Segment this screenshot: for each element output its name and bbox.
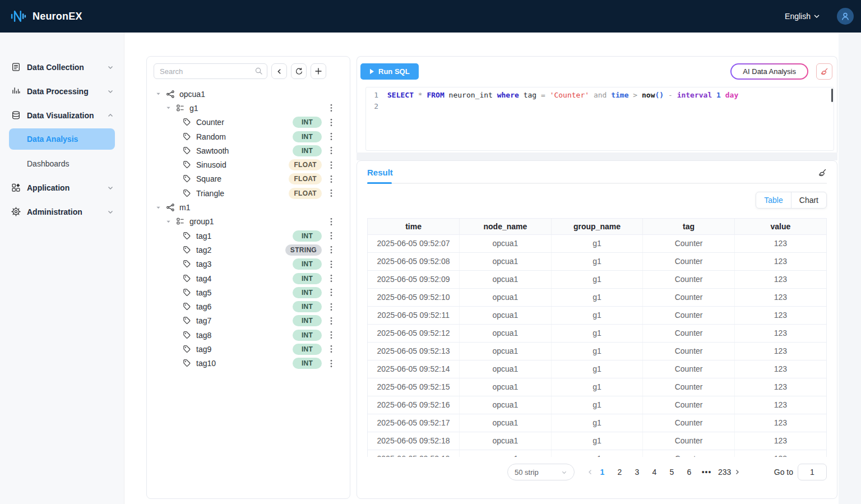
add-button[interactable] [311,63,326,79]
goto-page-input[interactable] [798,464,827,480]
tree-row[interactable]: tag3 INT [154,257,343,271]
kebab-menu-icon[interactable] [327,232,335,240]
language-selector[interactable]: English [785,12,820,21]
page-number[interactable]: 3 [631,468,643,477]
caret-down-icon[interactable] [166,219,172,224]
sidebar-item-application[interactable]: Application [0,175,124,200]
avatar[interactable] [837,8,854,25]
kebab-menu-icon[interactable] [327,260,335,269]
tree-node-label: tag7 [196,316,293,325]
tree-node-label: group1 [189,217,327,226]
sql-editor[interactable]: 1 SELECT * FROM neuron_int where tag = '… [365,87,834,151]
tree-row[interactable]: Random INT [154,130,343,144]
kebab-menu-icon[interactable] [327,274,335,283]
page-ellipsis[interactable]: ••• [701,468,712,477]
ai-data-analysis-button[interactable]: AI Data Analysis [730,63,808,80]
kebab-menu-icon[interactable] [327,104,335,112]
run-sql-button[interactable]: Run SQL [360,63,419,80]
table-cell: 123 [734,432,826,450]
toggle-table[interactable]: Table [756,192,790,208]
page-number[interactable]: 4 [649,468,660,477]
sidebar-item-data-processing[interactable]: Data Processing [0,79,124,103]
clear-result-button[interactable] [818,168,827,177]
tree-row[interactable]: tag4 INT [154,271,343,285]
kebab-menu-icon[interactable] [327,146,335,155]
refresh-button[interactable] [291,63,307,79]
next-page-button[interactable] [734,469,740,475]
kebab-menu-icon[interactable] [327,175,335,183]
collapse-panel-button[interactable] [271,63,287,79]
search-input[interactable] [154,63,267,79]
table-cell: g1 [551,378,643,396]
tree-row[interactable]: tag6 INT [154,299,343,313]
page-number[interactable]: 233 [718,468,731,477]
sql-code-line: SELECT * FROM neuron_int where tag = 'Co… [385,90,738,101]
table-cell: g1 [551,288,643,306]
kebab-menu-icon[interactable] [327,359,335,368]
tree-row[interactable]: Sawtooth INT [154,144,343,158]
kebab-menu-icon[interactable] [327,132,335,141]
kebab-menu-icon[interactable] [327,288,335,297]
caret-down-icon[interactable] [156,91,161,96]
page-number[interactable]: 2 [614,468,626,477]
tree-row[interactable]: tag8 INT [154,328,343,342]
page-number[interactable]: 6 [683,468,695,477]
prev-page-button[interactable] [587,469,594,475]
tab-result[interactable]: Result [367,168,393,177]
editor-scrollbar[interactable] [831,89,833,102]
tag-tree: opcua1 g1 Counter INT [154,87,343,371]
data-visualization-icon [11,110,21,120]
kebab-menu-icon[interactable] [327,303,335,311]
kebab-menu-icon[interactable] [327,118,335,127]
tree-row[interactable]: tag5 INT [154,285,343,299]
tree-node-label: tag2 [196,246,285,255]
kebab-menu-icon[interactable] [327,345,335,353]
kebab-menu-icon[interactable] [327,218,335,226]
type-badge: INT [293,287,322,298]
tree-row[interactable]: tag10 INT [154,357,343,371]
toggle-chart[interactable]: Chart [791,192,826,208]
tree-row[interactable]: Sinusoid FLOAT [154,158,343,172]
page-number[interactable]: 1 [596,468,608,477]
kebab-menu-icon[interactable] [327,189,335,197]
table-cell: opcua1 [460,378,552,396]
page-number[interactable]: 5 [666,468,678,477]
sidebar-item-data-analysis[interactable]: Data Analysis [9,128,115,150]
tree-node-label: tag3 [196,260,293,269]
table-cell: opcua1 [460,324,552,342]
tree-row[interactable]: Counter INT [154,115,343,130]
table-cell: 123 [734,378,826,396]
table-cell: Counter [643,252,735,270]
sidebar-item-label: Administration [27,207,82,216]
kebab-menu-icon[interactable] [327,161,335,169]
sidebar-item-data-collection[interactable]: Data Collection [0,55,124,79]
kebab-menu-icon[interactable] [327,246,335,254]
result-table-wrapper[interactable]: timenode_namegroup_nametagvalue 2025-06-… [367,218,827,457]
column-header: group_name [551,219,643,234]
table-row: 2025-06-05 09:52:13opcua1g1Counter123 [368,342,826,360]
tree-row[interactable]: opcua1 [154,87,343,101]
tree-row[interactable]: group1 [154,215,343,229]
tree-row[interactable]: tag7 INT [154,314,343,328]
sidebar-item-dashboards[interactable]: Dashboards [0,151,124,175]
tree-row[interactable]: Triangle FLOAT [154,186,343,200]
tree-row[interactable]: m1 [154,200,343,214]
caret-down-icon[interactable] [166,105,172,110]
tree-row[interactable]: tag9 INT [154,342,343,356]
sidebar-item-administration[interactable]: Administration [0,200,124,224]
column-header: tag [643,219,735,234]
node-icon [183,232,192,241]
table-cell: 2025-06-05 09:52:19 [368,450,460,457]
kebab-menu-icon[interactable] [327,331,335,339]
tree-row[interactable]: tag2 STRING [154,243,343,257]
tree-row[interactable]: Square FLOAT [154,172,343,186]
clear-editor-button[interactable] [816,63,832,80]
tree-row[interactable]: g1 [154,101,343,115]
data-processing-icon [11,86,21,96]
sidebar-item-data-visualization[interactable]: Data Visualization [0,103,124,127]
kebab-menu-icon[interactable] [327,317,335,325]
table-cell: opcua1 [460,450,552,457]
tree-row[interactable]: tag1 INT [154,229,343,243]
page-size-select[interactable]: 50 strip [507,464,575,480]
caret-down-icon[interactable] [156,205,161,210]
